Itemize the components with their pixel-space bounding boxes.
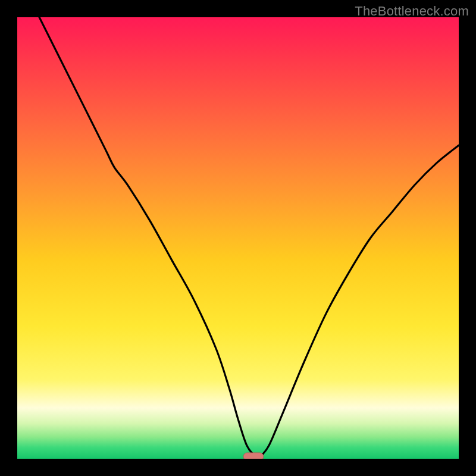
curve-layer — [17, 17, 459, 459]
minimum-marker — [243, 453, 263, 459]
chart-frame: { "watermark": "TheBottleneck.com", "col… — [0, 0, 476, 476]
plot-area — [17, 17, 459, 459]
bottleneck-curve — [39, 17, 459, 458]
